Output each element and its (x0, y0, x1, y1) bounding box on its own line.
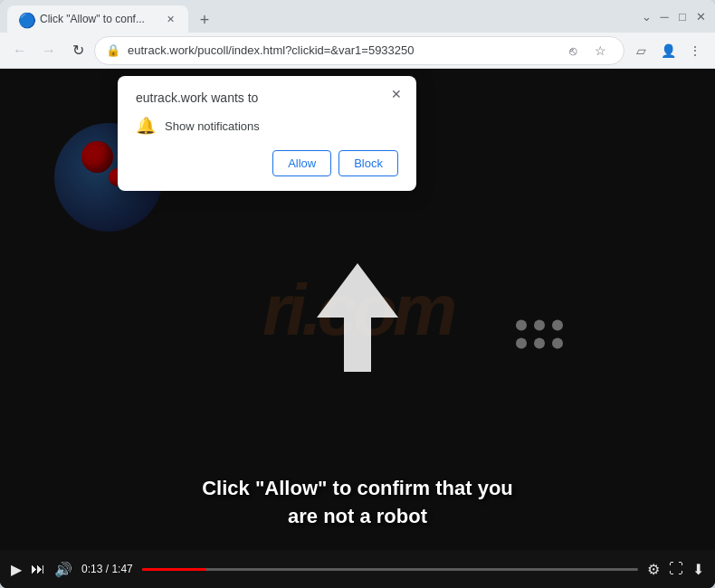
forward-button[interactable]: → (36, 38, 62, 63)
url-text: eutrack.work/pucoll/index.html?clickid=&… (128, 43, 553, 57)
subtitle-text: Click "Allow" to confirm that you are no… (18, 475, 697, 531)
allow-button[interactable]: Allow (272, 150, 331, 176)
minimize-button[interactable]: ─ (657, 9, 672, 24)
address-bar: ← → ↻ 🔒 eutrack.work/pucoll/index.html?c… (0, 33, 715, 69)
active-tab[interactable]: 🔵 Click "Allow" to conf... ✕ (7, 5, 188, 33)
dot-3 (552, 319, 563, 330)
browser-window: 🔵 Click "Allow" to conf... ✕ + ⌄ ─ □ ✕ ←… (0, 0, 715, 588)
popup-permission: 🔔 Show notifications (136, 116, 398, 136)
subtitle-line1: Click "Allow" to confirm that you (202, 477, 513, 499)
close-button[interactable]: ✕ (693, 9, 708, 24)
notification-popup: ✕ eutrack.work wants to 🔔 Show notificat… (118, 76, 416, 191)
popup-buttons: Allow Block (136, 150, 398, 176)
url-bar[interactable]: 🔒 eutrack.work/pucoll/index.html?clickid… (94, 36, 624, 65)
title-bar: 🔵 Click "Allow" to conf... ✕ + ⌄ ─ □ ✕ (0, 0, 715, 33)
url-actions: ⎋ ☆ (560, 38, 613, 63)
maximize-button[interactable]: □ (675, 9, 690, 24)
subtitle-line2: are not a robot (288, 505, 427, 527)
volume-button[interactable]: 🔊 (54, 561, 72, 578)
dot-4 (516, 337, 527, 348)
dot-5 (534, 337, 545, 348)
dot-6 (552, 337, 563, 348)
time-total: 1:47 (111, 563, 132, 575)
tab-strip: 🔵 Click "Allow" to conf... ✕ + (7, 0, 632, 33)
arrow-stem (344, 318, 371, 372)
profile-icon[interactable]: 👤 (655, 38, 681, 63)
loading-dots (516, 319, 570, 348)
share-icon[interactable]: ⎋ (560, 38, 586, 63)
permission-text: Show notifications (165, 119, 260, 133)
new-tab-button[interactable]: + (192, 7, 217, 33)
block-button[interactable]: Block (338, 150, 398, 176)
dot-1 (516, 319, 527, 330)
menu-icon[interactable]: ⋮ (682, 38, 708, 63)
progress-fill (142, 568, 206, 571)
time-display: 0:13 / 1:47 (81, 563, 133, 575)
bell-icon: 🔔 (136, 116, 156, 136)
content-area: ri.com (0, 69, 715, 588)
arrow-head (317, 263, 398, 318)
progress-bar[interactable] (142, 568, 638, 571)
tab-title: Click "Allow" to conf... (40, 13, 156, 25)
arrow-graphic (317, 263, 398, 372)
dot-2 (534, 319, 545, 330)
settings-icon[interactable]: ⚙ (647, 561, 660, 578)
popup-title: eutrack.work wants to (136, 90, 398, 105)
fullscreen-icon[interactable]: ⛶ (669, 561, 683, 577)
sidebar-icon[interactable]: ▱ (628, 38, 653, 63)
right-controls: ⚙ ⛶ ⬇ (647, 561, 704, 578)
video-controls: ▶ ⏭ 🔊 0:13 / 1:47 ⚙ ⛶ ⬇ (0, 550, 715, 588)
refresh-button[interactable]: ↻ (65, 38, 91, 63)
popup-close-button[interactable]: ✕ (386, 83, 407, 105)
tab-favicon: 🔵 (18, 12, 33, 26)
bookmark-icon[interactable]: ☆ (587, 38, 613, 63)
toolbar-right: ▱ 👤 ⋮ (628, 38, 708, 63)
lock-icon: 🔒 (106, 43, 120, 57)
download-icon[interactable]: ⬇ (692, 561, 704, 578)
video-background: ri.com (0, 69, 715, 588)
subtitle-bar: Click "Allow" to confirm that you are no… (0, 468, 715, 538)
back-button[interactable]: ← (7, 38, 33, 63)
play-button[interactable]: ▶ (11, 561, 22, 578)
window-controls: ⌄ ─ □ ✕ (639, 9, 708, 24)
tab-close-button[interactable]: ✕ (163, 12, 177, 26)
time-current: 0:13 (81, 563, 102, 575)
tab-search-button[interactable]: ⌄ (639, 9, 653, 24)
circle-dot-red (81, 141, 113, 173)
next-button[interactable]: ⏭ (31, 561, 45, 577)
